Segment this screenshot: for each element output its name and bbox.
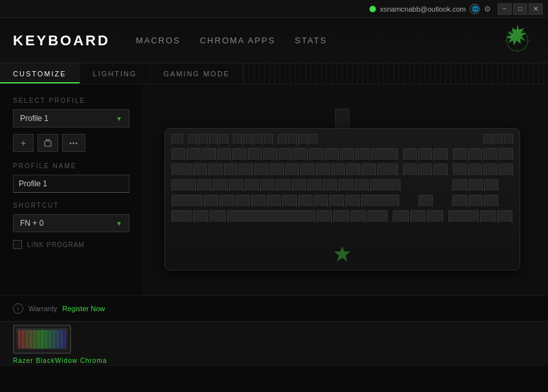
key-4 — [232, 148, 247, 161]
key-7 — [279, 148, 293, 161]
key-f10 — [288, 134, 297, 146]
key-rshift — [361, 195, 399, 208]
key-num6 — [484, 179, 498, 192]
delete-profile-button[interactable] — [38, 134, 58, 152]
key-v — [251, 195, 265, 208]
key-comma — [314, 195, 328, 208]
key-numenter — [497, 210, 512, 223]
key-end — [418, 164, 432, 177]
add-profile-button[interactable]: + — [13, 134, 34, 152]
key-numslash — [468, 148, 482, 161]
key-k — [307, 179, 322, 192]
tab-lighting[interactable]: LIGHTING — [80, 63, 151, 83]
main-content: SELECT PROFILE Profile 1 ▼ + ••• PROFILE… — [0, 84, 548, 295]
key-d — [229, 179, 243, 192]
key-down — [410, 210, 426, 223]
link-program-label: LINK PROGRAM — [27, 241, 85, 248]
key-prtsc — [483, 134, 492, 146]
profile-name-input[interactable] — [13, 175, 129, 193]
key-equals — [355, 148, 369, 161]
key-pgdn — [433, 164, 448, 177]
trash-icon — [44, 139, 52, 147]
tab-gaming-mode[interactable]: GAMING MODE — [151, 63, 244, 83]
key-u — [285, 164, 300, 177]
key-r — [239, 164, 253, 177]
key-f2 — [199, 134, 208, 146]
more-options-button[interactable]: ••• — [62, 134, 85, 152]
close-button[interactable]: ✕ — [529, 3, 543, 15]
nav-stats[interactable]: STATS — [295, 33, 327, 48]
key-num3 — [484, 195, 498, 208]
key-f5 — [233, 134, 242, 146]
key-numplus — [499, 164, 513, 177]
key-semi — [338, 179, 353, 192]
key-s — [213, 179, 227, 192]
settings-icon: ⚙ — [484, 5, 491, 14]
key-lwin — [193, 210, 208, 223]
key-9 — [309, 148, 323, 161]
profile-select[interactable]: Profile 1 ▼ — [13, 109, 129, 127]
key-num0 — [448, 210, 479, 223]
warranty-label: Warranty — [28, 305, 57, 312]
warranty-register-link[interactable]: Register Now — [62, 305, 105, 312]
minimize-button[interactable]: − — [498, 3, 512, 15]
key-n — [282, 195, 296, 208]
key-numminus — [499, 148, 513, 161]
key-t — [254, 164, 269, 177]
key-f6 — [243, 134, 252, 146]
key-period — [329, 195, 344, 208]
key-y — [270, 164, 284, 177]
left-panel: SELECT PROFILE Profile 1 ▼ + ••• PROFILE… — [0, 84, 142, 295]
key-backslash — [377, 164, 398, 177]
header-nav: MACROS CHROMA APPS STATS — [136, 33, 499, 48]
keyboard-cable — [335, 109, 349, 128]
nav-chroma-apps[interactable]: CHROMA APPS — [200, 33, 276, 48]
key-0 — [325, 148, 339, 161]
title-bar-user: xsnamcnabb@outlook.com 🌐 ⚙ — [5, 4, 498, 14]
tab-spacer — [243, 63, 548, 83]
nav-macros[interactable]: MACROS — [136, 33, 181, 48]
key-f7 — [254, 134, 263, 146]
key-l — [323, 179, 337, 192]
sub-tabs: CUSTOMIZE LIGHTING GAMING MODE — [0, 63, 548, 84]
key-a — [197, 179, 212, 192]
key-num2 — [468, 195, 483, 208]
key-2 — [202, 148, 216, 161]
key-space — [227, 210, 316, 223]
title-bar: xsnamcnabb@outlook.com 🌐 ⚙ − □ ✕ — [0, 0, 548, 18]
profile-buttons: + ••• — [13, 134, 129, 152]
app-title: KEYBOARD — [13, 32, 110, 49]
key-caps — [171, 179, 196, 192]
key-lalt — [210, 210, 225, 223]
key-fn — [333, 210, 349, 223]
shortcut-select[interactable]: FN + 0 ▼ — [13, 214, 129, 232]
maximize-button[interactable]: □ — [513, 3, 527, 15]
key-f1 — [188, 134, 197, 146]
key-numlock — [453, 148, 467, 161]
device-bar: Razer BlackWidow Chroma — [0, 321, 548, 366]
key-esc — [171, 134, 183, 146]
key-tilde — [171, 148, 186, 161]
key-f4 — [219, 134, 228, 146]
key-f9 — [278, 134, 287, 146]
shortcut-label: SHORTCUT — [13, 202, 129, 209]
keyboard-container — [164, 109, 520, 270]
shortcut-value: FN + 0 — [20, 219, 43, 228]
key-3 — [217, 148, 232, 161]
profile-name-label: PROFILE NAME — [13, 162, 129, 169]
tab-customize[interactable]: CUSTOMIZE — [0, 63, 80, 83]
razer-logo — [499, 23, 535, 58]
key-num4 — [452, 179, 466, 192]
key-1 — [186, 148, 201, 161]
link-program-checkbox[interactable] — [13, 240, 22, 249]
key-right — [427, 210, 443, 223]
key-z — [204, 195, 218, 208]
shortcut-arrow: ▼ — [116, 220, 122, 227]
key-f12 — [309, 134, 318, 146]
device-thumbnail[interactable] — [13, 325, 71, 354]
key-lctrl — [171, 210, 192, 223]
key-backspace — [371, 148, 397, 161]
key-f8 — [264, 134, 273, 146]
key-ins — [403, 148, 417, 161]
key-del — [403, 164, 417, 177]
